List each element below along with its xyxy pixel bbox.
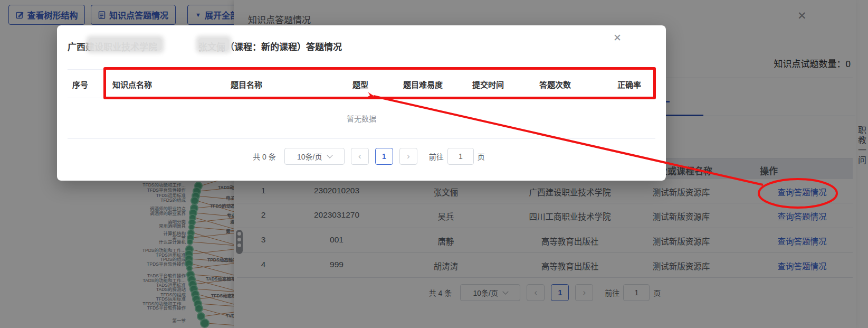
page-unit-label: 页 xyxy=(478,151,485,162)
kp-table-pagination: 共 0 条 10条/页 ‹ 1 › 前往 页 xyxy=(253,148,485,165)
page-size-select[interactable]: 10条/页 xyxy=(284,148,345,165)
pagination-total: 共 0 条 xyxy=(253,151,276,162)
empty-state-text: 暂无数据 xyxy=(57,113,666,124)
goto-label: 前往 xyxy=(429,151,444,162)
page-number-button[interactable]: 1 xyxy=(375,148,393,165)
redaction-smudge xyxy=(198,38,229,51)
col-header-index: 序号 xyxy=(72,79,88,90)
student-answer-detail-dialog: ✕ 广西建设职业技术学院张文俪（课程：新的课程）答题情况 序号 知识点名称 题目… xyxy=(57,25,666,181)
next-page-button[interactable]: › xyxy=(399,148,417,165)
prev-page-button[interactable]: ‹ xyxy=(351,148,369,165)
title-clear-text: （课程：新的课程）答题情况 xyxy=(225,40,342,53)
chevron-down-icon xyxy=(327,152,332,158)
close-icon[interactable]: ✕ xyxy=(613,32,622,44)
page-size-value: 10条/页 xyxy=(297,151,322,162)
goto-page-input[interactable] xyxy=(447,148,474,165)
redaction-smudge xyxy=(89,38,161,51)
annotation-red-box xyxy=(103,67,656,99)
page-root: 查看树形结构 知识点答题情况 ▼ 展开全部 TFDS的功能和工作…TFDS平台软… xyxy=(0,0,868,328)
divider xyxy=(68,138,655,139)
